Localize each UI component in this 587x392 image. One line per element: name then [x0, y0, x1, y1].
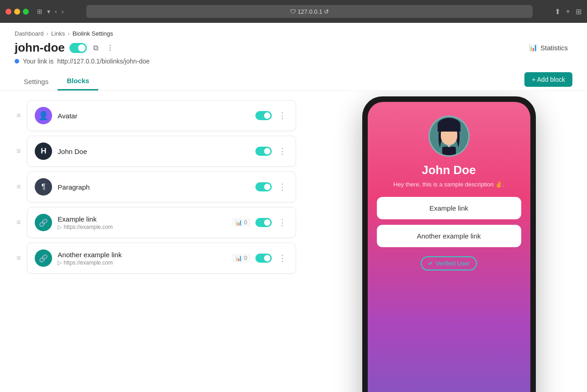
more-btn-paragraph[interactable]: ⋮ [276, 181, 288, 193]
blocks-list: ≡ 👤 Avatar ⋮ ≡ H J [0, 96, 311, 392]
svg-point-4 [451, 133, 454, 137]
drag-handle[interactable]: ≡ [15, 181, 22, 193]
tab-dropdown-icon[interactable]: ▾ [46, 7, 51, 16]
toggle-example-link[interactable] [255, 218, 272, 227]
more-btn-example-link[interactable]: ⋮ [276, 217, 288, 228]
link-url[interactable]: http://127.0.0.1/biolinks/john-doe [57, 58, 149, 65]
block-actions-another-example-link: 📊 0 ⋮ [232, 252, 288, 264]
phone-link-btn-1[interactable]: Example link [377, 197, 521, 219]
breadcrumb: Dashboard › Links › Biolink Settings [0, 23, 587, 37]
avatar-image [428, 116, 470, 157]
browser-actions: ⬆ + ⊞ [555, 7, 582, 16]
statistics-label: Statistics [540, 44, 568, 52]
bar-chart-icon: 📊 [235, 219, 242, 226]
new-tab-icon[interactable]: + [566, 7, 570, 16]
block-card-avatar: 👤 Avatar ⋮ [27, 100, 296, 131]
browser-nav-icons: ⊞ ▾ ‹ › [36, 7, 64, 16]
link-label: Your link is [23, 58, 53, 65]
close-traffic-light[interactable] [5, 9, 11, 15]
toggle-another-example-link[interactable] [255, 254, 272, 263]
block-info-another-example-link: Another example link ▷ https://example.c… [58, 251, 226, 266]
block-title-johndoe: John Doe [58, 148, 250, 155]
breadcrumb-dashboard[interactable]: Dashboard [15, 30, 44, 37]
drag-handle[interactable]: ≡ [15, 110, 22, 122]
verified-icon: ✔ [428, 260, 433, 267]
block-card-johndoe: H John Doe ⋮ [27, 136, 296, 167]
tab-settings[interactable]: Settings [15, 72, 58, 90]
more-options-button[interactable]: ⋮ [105, 42, 116, 54]
minimize-traffic-light[interactable] [14, 9, 20, 15]
status-dot [15, 59, 19, 64]
drag-handle[interactable]: ≡ [15, 217, 22, 228]
block-actions-avatar: ⋮ [255, 110, 288, 122]
drag-handle[interactable]: ≡ [15, 252, 22, 264]
block-url-another-example-link: ▷ https://example.com [58, 260, 226, 266]
list-item: ≡ ¶ Paragraph ⋮ [15, 171, 296, 202]
breadcrumb-current: Biolink Settings [73, 30, 113, 37]
url-arrow-icon: ▷ [58, 224, 62, 230]
address-bar[interactable]: 🛡 127.0.0.1 ↺ [86, 5, 532, 18]
url-arrow-icon-2: ▷ [58, 260, 62, 266]
svg-point-6 [448, 144, 450, 147]
verified-label: Verified User [436, 260, 470, 267]
list-item: ≡ 🔗 Another example link ▷ https://examp… [15, 243, 296, 274]
toggle-avatar[interactable] [255, 111, 272, 120]
svg-point-3 [444, 133, 447, 137]
phone-frame: John Doe Hey there, this is a sample des… [362, 96, 536, 392]
block-title-example-link: Example link [58, 215, 226, 223]
link-info: Your link is http://127.0.0.1/biolinks/j… [15, 58, 150, 65]
block-icon-paragraph: ¶ [35, 178, 52, 196]
breadcrumb-sep-1: › [47, 30, 48, 37]
browser-chrome: ⊞ ▾ ‹ › 🛡 127.0.0.1 ↺ ⬆ + ⊞ [0, 0, 587, 23]
copy-button[interactable]: ⧉ [91, 42, 100, 54]
more-btn-johndoe[interactable]: ⋮ [276, 145, 288, 157]
block-info-avatar: Avatar [58, 112, 250, 120]
title-row: john-doe ⧉ ⋮ [15, 41, 150, 55]
more-btn-avatar[interactable]: ⋮ [276, 110, 288, 122]
drag-handle[interactable]: ≡ [15, 145, 22, 157]
block-icon-johndoe: H [35, 143, 52, 160]
block-card-another-example-link: 🔗 Another example link ▷ https://example… [27, 243, 296, 274]
url-text: 127.0.0.1 [297, 8, 322, 15]
block-icon-avatar: 👤 [35, 107, 52, 124]
phone-link-btn-2[interactable]: Another example link [377, 225, 521, 247]
block-info-paragraph: Paragraph [58, 183, 250, 191]
fullscreen-traffic-light[interactable] [23, 9, 29, 15]
list-item: ≡ 🔗 Example link ▷ https://example.com 📊 [15, 207, 296, 238]
page-title: john-doe [15, 41, 65, 55]
reload-icon[interactable]: ↺ [324, 8, 329, 15]
phone-preview: John Doe Hey there, this is a sample des… [311, 96, 587, 392]
back-icon[interactable]: ‹ [54, 7, 58, 16]
header-left: john-doe ⧉ ⋮ Your link is http://127.0.0… [15, 41, 150, 65]
tab-blocks[interactable]: Blocks [58, 72, 98, 90]
add-block-button[interactable]: + Add block [524, 72, 572, 87]
verified-badge: ✔ Verified User [421, 256, 477, 270]
phone-screen: John Doe Hey there, this is a sample des… [368, 102, 530, 392]
page-header: john-doe ⧉ ⋮ Your link is http://127.0.0… [0, 37, 587, 65]
breadcrumb-links[interactable]: Links [51, 30, 65, 37]
page: Dashboard › Links › Biolink Settings joh… [0, 23, 587, 392]
list-item: ≡ 👤 Avatar ⋮ [15, 100, 296, 131]
statistics-button[interactable]: 📊 Statistics [524, 41, 572, 54]
avatar-preview [428, 116, 470, 157]
sidebar-toggle-icon[interactable]: ⊞ [36, 7, 43, 16]
stats-count-example-link: 📊 0 [232, 218, 251, 227]
tabs-grid-icon[interactable]: ⊞ [576, 7, 582, 16]
block-actions-johndoe: ⋮ [255, 145, 288, 157]
share-icon[interactable]: ⬆ [555, 7, 561, 16]
block-icon-example-link: 🔗 [35, 214, 52, 231]
block-url-example-link: ▷ https://example.com [58, 224, 226, 230]
toggle-johndoe[interactable] [255, 147, 272, 156]
traffic-lights [5, 9, 29, 15]
stats-count-another-example-link: 📊 0 [232, 254, 251, 263]
block-info-example-link: Example link ▷ https://example.com [58, 215, 226, 230]
svg-point-1 [439, 121, 459, 136]
biolink-toggle[interactable] [69, 43, 87, 53]
block-card-example-link: 🔗 Example link ▷ https://example.com 📊 0 [27, 207, 296, 238]
svg-point-2 [441, 128, 457, 145]
forward-icon[interactable]: › [61, 7, 65, 16]
more-btn-another-example-link[interactable]: ⋮ [276, 252, 288, 264]
block-actions-paragraph: ⋮ [255, 181, 288, 193]
toggle-paragraph[interactable] [255, 182, 272, 191]
svg-rect-5 [442, 147, 456, 157]
